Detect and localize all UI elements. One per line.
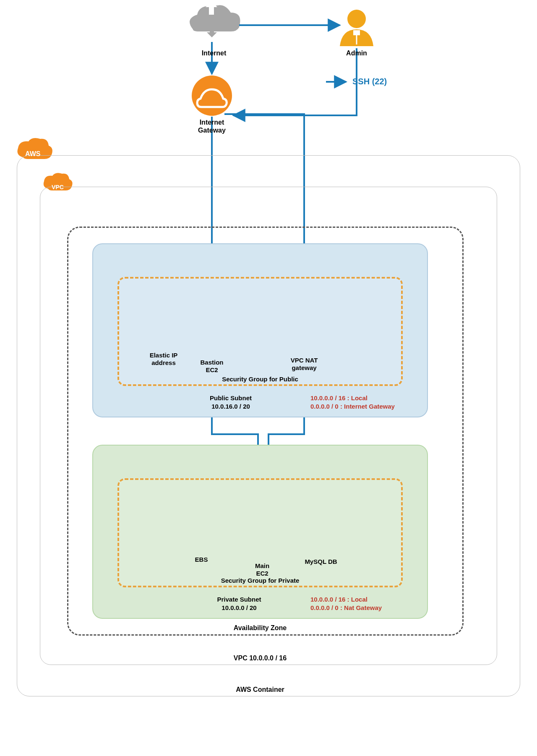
igw-label-2: Gateway [191,127,233,134]
internet-label: Internet [197,50,231,57]
admin-label: Admin [344,50,369,57]
sg-public-box [117,277,403,386]
ebs-label: EBS [185,556,218,563]
aws-container-label: AWS Container [218,686,302,693]
vpc-badge-text: VPC [52,184,64,190]
sg-public-label: Security Group for Public [197,375,323,383]
ssh-legend-label: SSH (22) [352,77,387,86]
mysql-label: MySQL DB [298,558,344,565]
nat-label-2: gateway [283,364,325,371]
sg-private-label: Security Group for Private [197,577,323,584]
svg-point-2 [192,76,232,116]
main-ec2-label-2: EC2 [245,570,279,577]
az-label: Availability Zone [218,624,302,632]
nat-label-1: VPC NAT [283,357,325,364]
pub-route-1: 10.0.0.0 / 16 : Local [310,394,368,401]
elastic-ip-label-2: address [143,359,185,366]
elastic-ip-label-1: Elastic IP [143,352,185,359]
bastion-label-1: Bastion [193,359,231,366]
main-ec2-label-1: Main [245,562,279,569]
pub-route-2: 0.0.0.0 / 0 : Internet Gateway [310,403,395,410]
public-subnet-label-1: Public Subnet [193,394,268,401]
internet-icon [190,1,240,44]
bastion-label-2: EC2 [193,366,231,373]
internet-gateway-icon [192,76,232,116]
vpc-label: VPC 10.0.0.0 / 16 [218,654,302,662]
public-subnet-label-2: 10.0.16.0 / 20 [193,403,268,410]
priv-route-1: 10.0.0.0 / 16 : Local [310,596,368,603]
admin-icon [340,10,373,46]
aws-badge-text: AWS [25,150,40,158]
private-subnet-label-1: Private Subnet [197,596,281,603]
igw-label-1: Internet [191,119,233,126]
private-subnet-label-2: 10.0.0.0 / 20 [197,604,281,611]
priv-route-2: 0.0.0.0 / 0 : Nat Gateway [310,604,382,611]
svg-point-0 [347,10,366,28]
